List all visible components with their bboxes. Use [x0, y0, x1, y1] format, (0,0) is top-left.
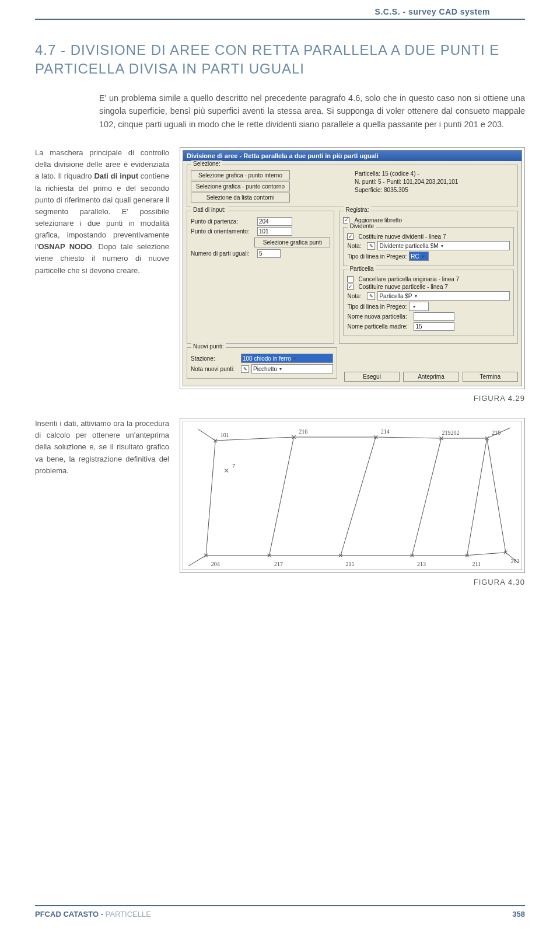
sel-nota-nuovi[interactable]: Picchetto [251, 364, 333, 373]
group-dati-input: Dati di input: Punto di partenza:204 Pun… [187, 211, 334, 344]
dialog-body: Selezione: Selezione grafica - punto int… [183, 161, 522, 386]
dialog: Divisione di aree - Retta parallela a du… [183, 150, 522, 386]
group-registra: Registra: ✓Aggiornare libretto Dividente… [339, 211, 518, 344]
lbl-partenza: Punto di partenza: [191, 218, 255, 225]
desc-fig2: Inseriti i dati, attiviamo ora la proced… [35, 418, 169, 586]
cad-drawing: 1012162142192022102042172152132112037 [180, 418, 525, 573]
lbl-nota1: Nota: [347, 243, 365, 249]
p1b: Dati di input [94, 172, 138, 180]
svg-text:215: 215 [345, 561, 354, 567]
legend-nuovi: Nuovi punti: [191, 343, 226, 350]
group-selezione: Selezione: Selezione grafica - punto int… [187, 165, 518, 207]
row-fig2: Inseriti i dati, attiviamo ora la proced… [35, 418, 525, 586]
dialog-screenshot: Divisione di aree - Retta parallela a du… [180, 147, 525, 389]
legend-dati: Dati di input: [191, 207, 228, 213]
legend-particella: Particella [348, 266, 375, 272]
btn-anteprima[interactable]: Anteprima [403, 372, 459, 382]
fig1-col: Divisione di aree - Retta parallela a du… [180, 147, 525, 403]
header-brand: S.C.S. - survey CAD system [35, 0, 525, 20]
lbl-stazione: Stazione: [191, 355, 239, 362]
lbl-tipo1: Tipo di linea in Pregeo: [347, 253, 407, 260]
fig1-caption: FIGURA 4.29 [474, 394, 525, 403]
btn-termina[interactable]: Termina [463, 372, 518, 382]
p1c: contiene la richiesta del primo e del se… [35, 172, 169, 251]
sel-tipo2[interactable] [409, 302, 429, 311]
legend-selezione: Selezione: [191, 160, 222, 167]
lbl-nome: Nome nuova particella: [347, 313, 411, 320]
txt-particella: Particella: 15 (codice 4) - [355, 170, 514, 178]
lbl-nota2: Nota: [347, 293, 365, 299]
dialog-title: Divisione di aree - Retta parallela a du… [183, 151, 522, 161]
sel-nota1[interactable]: Dividente particella $M [377, 241, 510, 250]
legend-dividente: Dividente [348, 223, 376, 229]
lbl-nparti: Numero di parti uguali: [191, 250, 255, 257]
desc-fig1: La maschera principale di controllo dell… [35, 147, 169, 403]
svg-rect-0 [183, 421, 522, 570]
txt-npunti: N. punti: 5 - Punti: 101,204,203,201,101 [355, 178, 514, 186]
sel-nota2[interactable]: Particella $P [377, 291, 510, 301]
lbl-madre: Nome particella madre: [347, 323, 411, 330]
lbl-cost-div: Costituire nuove dividenti - linea 7 [358, 233, 446, 240]
inp-orient[interactable]: 101 [257, 227, 292, 236]
svg-text:214: 214 [381, 428, 390, 435]
btn-esegui[interactable]: Esegui [344, 372, 400, 382]
page-content: 4.7 - DIVISIONE DI AREE CON RETTA PARALL… [0, 20, 560, 586]
icon-nota-nuovi[interactable]: ✎ [241, 365, 249, 373]
row-fig1: La maschera principale di controllo dell… [35, 147, 525, 403]
svg-text:217: 217 [274, 561, 283, 567]
legend-registra: Registra: [344, 207, 370, 213]
lbl-nota-nuovi: Nota nuovi punti: [191, 366, 239, 372]
svg-text:7: 7 [232, 463, 235, 469]
sel-tipo1[interactable]: RC [409, 252, 429, 261]
icon-nota2[interactable]: ✎ [367, 292, 375, 300]
lbl-tipo2: Tipo di linea in Pregeo: [347, 303, 407, 310]
btn-sel-lista[interactable]: Selezione da lista contorni [191, 193, 290, 202]
inp-nome[interactable] [414, 312, 454, 321]
btn-sel-interno[interactable]: Selezione grafica - punto interno [191, 170, 290, 180]
inp-nparti[interactable]: 5 [257, 249, 281, 258]
txt-superficie: Superficie: 8035.305 [355, 186, 514, 194]
sel-stazione[interactable]: 100 chiodo in ferro [241, 354, 333, 363]
svg-text:213: 213 [417, 561, 426, 567]
p1d: OSNAP NODO [38, 242, 92, 251]
sub-dividente: Dividente ✓Costituire nuove dividenti - … [343, 227, 514, 266]
sub-particella: Particella Cancellare particella origina… [343, 270, 514, 336]
chk-canc[interactable] [347, 276, 354, 282]
svg-text:211: 211 [472, 561, 481, 567]
svg-text:204: 204 [211, 561, 220, 567]
doc-title: 4.7 - DIVISIONE DI AREE CON RETTA PARALL… [35, 41, 525, 79]
group-nuovi-punti: Nuovi punti: Stazione:100 chiodo in ferr… [187, 347, 337, 379]
lbl-canc: Cancellare particella originaria - linea… [358, 276, 459, 282]
intro-paragraph: E' un problema simile a quello descritto… [99, 92, 525, 131]
chk-cost-part[interactable]: ✓ [347, 284, 354, 290]
btn-selezione-grafica[interactable]: Selezione grafica punti [254, 238, 330, 247]
svg-text:219202: 219202 [442, 429, 460, 436]
svg-text:210: 210 [492, 429, 501, 436]
lbl-orient: Punto di orientamento: [191, 228, 255, 235]
svg-text:203: 203 [510, 558, 519, 564]
cad-svg: 1012162142192022102042172152132112037 [183, 421, 522, 570]
btn-sel-contorno[interactable]: Selezione grafica - punto contorno [191, 181, 290, 191]
chk-cost-div[interactable]: ✓ [347, 233, 354, 240]
svg-text:101: 101 [220, 432, 229, 438]
icon-nota1[interactable]: ✎ [367, 242, 375, 250]
inp-madre[interactable]: 15 [414, 322, 454, 331]
fig2-col: 1012162142192022102042172152132112037 FI… [180, 418, 525, 586]
svg-text:216: 216 [299, 428, 307, 435]
lbl-cost-part: Costituire nuove particelle - linea 7 [358, 284, 447, 290]
inp-partenza[interactable]: 204 [257, 217, 292, 226]
fig2-caption: FIGURA 4.30 [474, 578, 525, 586]
